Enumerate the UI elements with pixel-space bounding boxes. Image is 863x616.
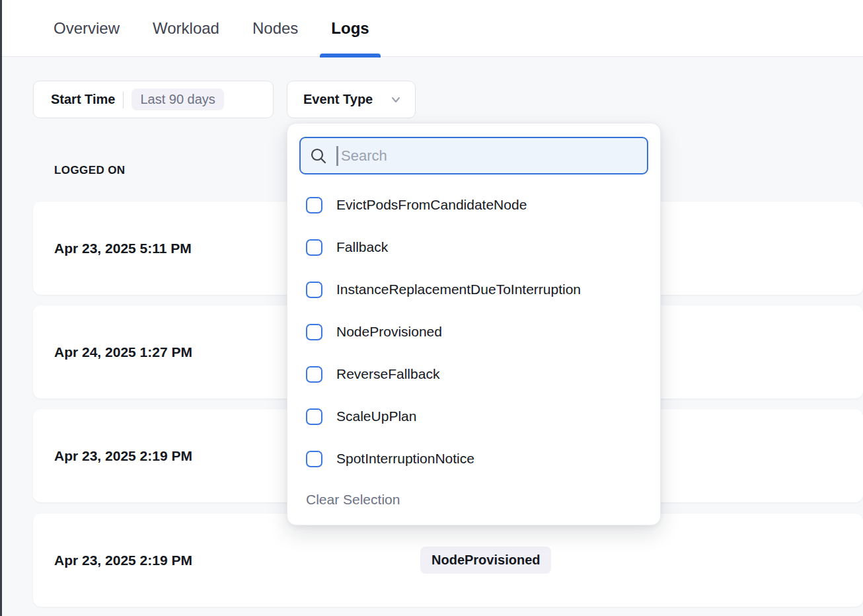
filter-divider <box>123 91 124 108</box>
search-icon <box>310 147 327 165</box>
clear-selection-button[interactable]: Clear Selection <box>299 485 400 508</box>
option-scaleupplan[interactable]: ScaleUpPlan <box>299 395 648 438</box>
tab-logs[interactable]: Logs <box>320 0 380 57</box>
tab-workload[interactable]: Workload <box>141 0 231 57</box>
checkbox[interactable] <box>306 239 322 256</box>
event-type-filter[interactable]: Event Type <box>287 81 416 118</box>
option-spotinterruptionnotice[interactable]: SpotInterruptionNotice <box>299 438 648 480</box>
logs-page: Overview Workload Nodes Logs Start Time … <box>0 0 863 616</box>
checkbox[interactable] <box>306 408 322 425</box>
option-evictpodsfromcandidatenode[interactable]: EvictPodsFromCandidateNode <box>299 184 648 226</box>
checkbox[interactable] <box>306 197 322 213</box>
option-label: ReverseFallback <box>336 366 439 382</box>
option-label: InstanceReplacementDueToInterruption <box>336 282 581 297</box>
option-label: ScaleUpPlan <box>336 408 416 424</box>
tab-nodes-label: Nodes <box>252 19 298 38</box>
start-time-label: Start Time <box>51 92 115 107</box>
window-left-border <box>0 0 2 616</box>
option-label: NodeProvisioned <box>336 324 442 340</box>
option-instancereplacementduetointerruption[interactable]: InstanceReplacementDueToInterruption <box>299 268 648 311</box>
tab-workload-label: Workload <box>153 19 219 38</box>
tab-overview-label: Overview <box>54 19 120 38</box>
event-type-label: Event Type <box>303 92 373 107</box>
start-time-filter[interactable]: Start Time Last 90 days <box>33 81 274 118</box>
event-type-dropdown: EvictPodsFromCandidateNode Fallback Inst… <box>287 123 661 525</box>
log-row[interactable]: Apr 23, 2025 2:19 PM NodeProvisioned <box>33 514 863 607</box>
tab-overview[interactable]: Overview <box>42 0 131 57</box>
checkbox[interactable] <box>306 324 322 340</box>
option-label: Fallback <box>336 239 388 255</box>
tab-logs-label: Logs <box>331 19 369 38</box>
start-time-value: Last 90 days <box>131 89 223 110</box>
dropdown-search[interactable] <box>299 137 648 174</box>
event-type-options: EvictPodsFromCandidateNode Fallback Inst… <box>299 184 648 480</box>
column-header-logged-on: LOGGED ON <box>54 164 126 177</box>
option-fallback[interactable]: Fallback <box>299 226 648 268</box>
event-type-badge: NodeProvisioned <box>420 547 551 574</box>
search-input[interactable] <box>340 147 638 165</box>
option-reversefallback[interactable]: ReverseFallback <box>299 353 648 395</box>
text-caret <box>336 146 338 166</box>
checkbox[interactable] <box>306 366 322 383</box>
event-type-cell: NodeProvisioned <box>420 547 551 574</box>
logged-on-value: Apr 23, 2025 2:19 PM <box>33 553 420 568</box>
active-tab-indicator <box>320 54 380 58</box>
checkbox[interactable] <box>306 282 322 298</box>
tab-bar: Overview Workload Nodes Logs <box>0 0 863 57</box>
option-nodeprovisioned[interactable]: NodeProvisioned <box>299 311 648 353</box>
option-label: EvictPodsFromCandidateNode <box>336 197 527 213</box>
chevron-down-icon <box>390 94 402 106</box>
option-label: SpotInterruptionNotice <box>336 451 474 467</box>
tab-nodes[interactable]: Nodes <box>241 0 309 57</box>
checkbox[interactable] <box>306 451 322 467</box>
